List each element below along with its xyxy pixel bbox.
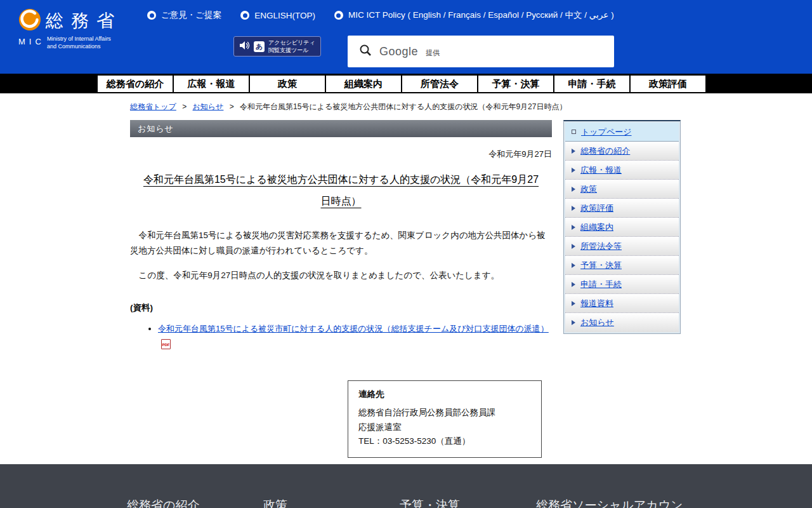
sidebar-item-label[interactable]: 政策評価 (580, 203, 613, 214)
mic-logo-letters: MIC (18, 37, 45, 46)
feedback-link[interactable]: ご意見・ご提案 (147, 10, 221, 21)
global-nav: 総務省の紹介 広報・報道 政策 組織案内 所管法令 予算・決算 申請・手続 政策… (0, 74, 812, 93)
hiragana-a-icon: あ (254, 41, 265, 52)
square-bullet-icon (572, 130, 576, 134)
search-input[interactable]: Google 提供 (348, 36, 614, 67)
sidebar-item-policy[interactable]: 政策 (565, 180, 679, 199)
sidebar-nav: トップページ 総務省の紹介 広報・報道 政策 政策評価 組織案内 (563, 120, 681, 334)
google-logo: Google (379, 45, 418, 58)
contact-box: 連絡先 総務省自治行政局公務員部公務員課 応援派遣室 TEL：03-5253-5… (348, 380, 542, 458)
sidebar-item-label[interactable]: トップページ (581, 126, 632, 138)
mic-logo-icon (18, 8, 42, 34)
triangle-icon (572, 244, 575, 249)
section-header: お知らせ (130, 120, 552, 137)
ministry-name-english: Ministry of Internal Affairs and Communi… (47, 36, 111, 50)
nav-laws[interactable]: 所管法令 (402, 76, 478, 92)
nav-budget[interactable]: 予算・決算 (478, 76, 554, 92)
sidebar-item-label[interactable]: 政策 (580, 184, 597, 195)
breadcrumb-separator: > (182, 102, 187, 111)
ict-policy-link[interactable]: MIC ICT Policy ( English / Français / Es… (334, 10, 614, 21)
contact-line: 応援派遣室 (358, 420, 531, 434)
pdf-document-link[interactable]: 令和元年台風第15号による被災市町に対する人的支援の状況（総括支援チーム及び対口… (158, 324, 549, 333)
article-date: 令和元年9月27日 (130, 149, 552, 160)
nav-organization[interactable]: 組織案内 (326, 76, 402, 92)
sidebar-item-label[interactable]: お知らせ (580, 317, 614, 328)
site-header: MIC 総務省 Ministry of Internal Affairs and… (0, 0, 812, 74)
circle-bullet-icon (240, 11, 249, 20)
mic-logo[interactable]: MIC 総務省 Ministry of Internal Affairs and… (18, 6, 138, 55)
global-nav-items: 総務省の紹介 広報・報道 政策 組織案内 所管法令 予算・決算 申請・手続 政策… (96, 76, 812, 92)
nav-evaluation[interactable]: 政策評価 (631, 76, 707, 92)
sidebar-item-label[interactable]: 所管法令等 (580, 241, 622, 252)
sidebar-item-label[interactable]: 広報・報道 (580, 164, 622, 176)
sidebar-item-top[interactable]: トップページ (565, 123, 679, 142)
triangle-icon (572, 282, 575, 287)
sidebar-item-organization[interactable]: 組織案内 (565, 218, 679, 237)
triangle-icon (572, 301, 575, 306)
content-area: お知らせ 令和元年9月27日 令和元年台風第15号による被災地方公共団体に対する… (130, 120, 681, 500)
search-icon[interactable] (359, 44, 372, 59)
speaker-icon (239, 41, 250, 53)
nav-about[interactable]: 総務省の紹介 (98, 76, 174, 92)
accessibility-tool-label: アクセシビリティ 閲覧支援ツール (268, 39, 315, 54)
sidebar-item-about[interactable]: 総務省の紹介 (565, 142, 679, 161)
sidebar-item-label[interactable]: 組織案内 (580, 222, 613, 233)
nav-press[interactable]: 広報・報道 (174, 76, 250, 92)
triangle-icon (572, 263, 575, 268)
materials-list-item: 令和元年台風第15号による被災市町に対する人的支援の状況（総括支援チーム及び対口… (158, 321, 552, 352)
nav-policy[interactable]: 政策 (250, 76, 326, 92)
main-content: お知らせ 令和元年9月27日 令和元年台風第15号による被災地方公共団体に対する… (130, 120, 552, 500)
triangle-icon (572, 206, 575, 211)
accessibility-label-line1: アクセシビリティ (268, 39, 315, 46)
feedback-link-label: ご意見・ご提案 (161, 10, 221, 21)
materials-heading: (資料) (130, 302, 552, 314)
english-top-link[interactable]: ENGLISH(TOP) (240, 11, 315, 20)
sidebar-item-budget[interactable]: 予算・決算 (565, 256, 679, 275)
sidebar-item-press[interactable]: 広報・報道 (565, 161, 679, 180)
footer-heading-about: 総務省の紹介 (127, 497, 199, 508)
sidebar-item-label[interactable]: 申請・手続 (580, 279, 622, 290)
nav-applications[interactable]: 申請・手続 (554, 76, 631, 92)
site-footer: 総務省の紹介 政策 予算・決算 総務省ソーシャルアカウン (0, 464, 812, 508)
article-body: 令和元年台風第15号による被災地の災害対応業務を支援するため、関東ブロック内の地… (130, 228, 552, 283)
contact-heading: 連絡先 (358, 389, 531, 400)
sidebar-item-press-materials[interactable]: 報道資料 (565, 294, 679, 313)
contact-line: TEL：03-5253-5230（直通） (358, 434, 531, 448)
sidebar-item-news[interactable]: お知らせ (565, 313, 679, 332)
ministry-name: 総務省 (46, 9, 122, 33)
sidebar-item-evaluation[interactable]: 政策評価 (565, 199, 679, 218)
accessibility-label-line2: 閲覧支援ツール (268, 47, 308, 53)
triangle-icon (572, 149, 575, 154)
header-utility-links: ご意見・ご提案 ENGLISH(TOP) MIC ICT Policy ( En… (147, 10, 614, 21)
breadcrumb: 総務省トップ > お知らせ > 令和元年台風第15号による被災地方公共団体に対す… (130, 102, 812, 112)
sidebar-item-applications[interactable]: 申請・手続 (565, 275, 679, 294)
breadcrumb-home-link[interactable]: 総務省トップ (130, 102, 176, 111)
contact-line: 総務省自治行政局公務員部公務員課 (358, 406, 531, 420)
article-paragraph: 令和元年台風第15号による被災地の災害対応業務を支援するため、関東ブロック内の地… (130, 228, 552, 259)
footer-heading-policy: 政策 (263, 497, 287, 508)
breadcrumb-current: 令和元年台風第15号による被災地方公共団体に対する人的支援の状況（令和元年9月2… (240, 102, 566, 111)
sidebar-item-label[interactable]: 総務省の紹介 (580, 145, 630, 157)
triangle-icon (572, 320, 575, 325)
pdf-icon: PDF (161, 339, 171, 349)
footer-heading-budget: 予算・決算 (400, 497, 460, 508)
sidebar-item-label[interactable]: 予算・決算 (580, 260, 622, 271)
sidebar-item-label[interactable]: 報道資料 (580, 298, 613, 309)
breadcrumb-separator: > (230, 102, 234, 111)
accessibility-tool-button[interactable]: あ アクセシビリティ 閲覧支援ツール (233, 36, 321, 57)
materials-list: 令和元年台風第15号による被災市町に対する人的支援の状況（総括支援チーム及び対口… (130, 321, 552, 352)
ict-policy-link-label: MIC ICT Policy ( English / Français / Es… (348, 10, 614, 21)
english-top-link-label: ENGLISH(TOP) (254, 11, 315, 20)
article-paragraph: この度、令和元年9月27日時点の人的支援の状況を取りまとめましたので、公表いたし… (130, 268, 552, 283)
circle-bullet-icon (334, 11, 343, 20)
footer-heading-social: 総務省ソーシャルアカウン (536, 497, 683, 508)
mic-webpage: MIC 総務省 Ministry of Internal Affairs and… (0, 0, 812, 500)
ministry-name-english-line1: Ministry of Internal Affairs (47, 36, 111, 42)
triangle-icon (572, 187, 575, 192)
triangle-icon (572, 168, 575, 173)
breadcrumb-section-link[interactable]: お知らせ (193, 102, 224, 111)
sidebar-item-laws[interactable]: 所管法令等 (565, 237, 679, 256)
circle-bullet-icon (147, 11, 156, 20)
ministry-name-english-line2: and Communications (47, 43, 101, 50)
search-provider-label: 提供 (426, 48, 440, 58)
